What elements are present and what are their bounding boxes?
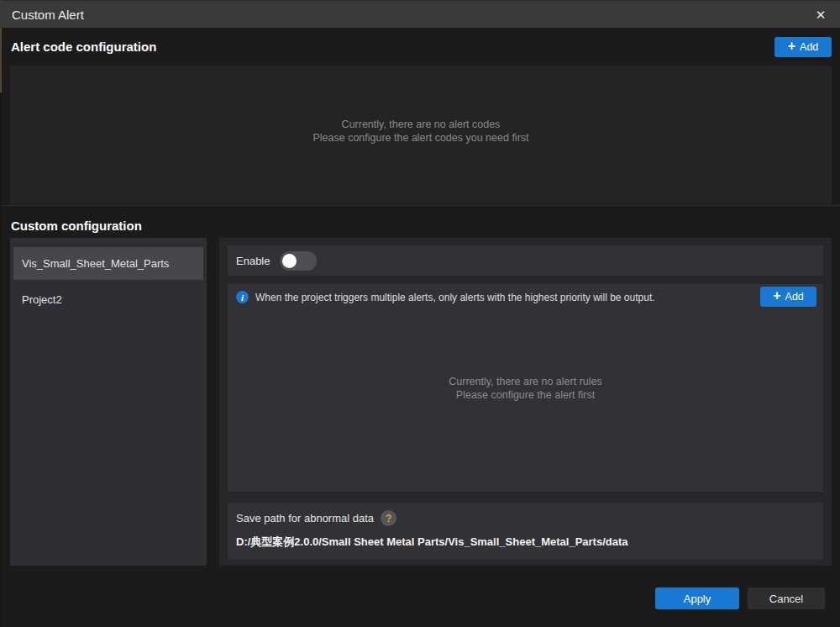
- project-config-panel: Enable i When the project triggers multi…: [219, 238, 832, 566]
- info-message: When the project triggers multiple alert…: [255, 292, 655, 303]
- section-divider: [2, 205, 840, 206]
- project-item-project2[interactable]: Project2: [13, 283, 203, 316]
- save-path-panel: Save path for abnormal data ? D:/典型案例2.0…: [228, 503, 823, 560]
- enable-row: Enable: [228, 245, 823, 276]
- add-alert-rule-button[interactable]: + Add: [760, 287, 816, 307]
- save-path-label-row: Save path for abnormal data ?: [236, 510, 396, 526]
- add-button-label: Add: [800, 41, 818, 53]
- cancel-button[interactable]: Cancel: [748, 587, 825, 609]
- empty-line-2: Please configure the alert first: [228, 388, 823, 402]
- enable-label: Enable: [236, 255, 270, 267]
- save-path-value: D:/典型案例2.0.0/Small Sheet Metal Parts/Vis…: [236, 535, 628, 550]
- info-row: i When the project triggers multiple ale…: [236, 291, 655, 303]
- empty-line-1: Currently, there are no alert codes: [10, 118, 832, 131]
- info-icon: i: [236, 291, 249, 303]
- add-button-label: Add: [785, 291, 804, 303]
- project-item-label: Vis_Small_Sheet_Metal_Parts: [22, 257, 169, 270]
- enable-toggle[interactable]: [280, 251, 317, 271]
- close-icon[interactable]: ✕: [806, 3, 835, 26]
- add-alert-code-button[interactable]: + Add: [774, 37, 832, 57]
- alert-rules-panel: i When the project triggers multiple ale…: [228, 284, 823, 492]
- project-list: Vis_Small_Sheet_Metal_Parts Project2: [10, 238, 207, 566]
- empty-line-2: Please configure the alert codes you nee…: [10, 131, 832, 145]
- help-icon[interactable]: ?: [381, 510, 396, 526]
- toggle-knob: [282, 254, 297, 268]
- empty-line-1: Currently, there are no alert rules: [228, 375, 823, 388]
- save-path-label: Save path for abnormal data: [236, 512, 374, 524]
- custom-config-section-heading: Custom configuration: [11, 219, 142, 233]
- plus-icon: +: [788, 40, 795, 53]
- project-item-vis-small-sheet-metal-parts[interactable]: Vis_Small_Sheet_Metal_Parts: [13, 247, 203, 280]
- project-item-label: Project2: [22, 293, 62, 306]
- alert-codes-empty-panel: Currently, there are no alert codes Plea…: [10, 66, 832, 204]
- alert-code-section-heading: Alert code configuration: [11, 40, 156, 54]
- apply-button[interactable]: Apply: [655, 587, 739, 609]
- title-bar[interactable]: Custom Alert ✕: [2, 0, 840, 28]
- window-title: Custom Alert: [2, 8, 84, 22]
- alert-codes-empty-text: Currently, there are no alert codes Plea…: [10, 118, 832, 145]
- alert-rules-empty-text: Currently, there are no alert rules Plea…: [228, 375, 823, 402]
- plus-icon: +: [773, 289, 780, 303]
- custom-alert-dialog: Custom Alert ✕ Alert code configuration …: [2, 0, 840, 627]
